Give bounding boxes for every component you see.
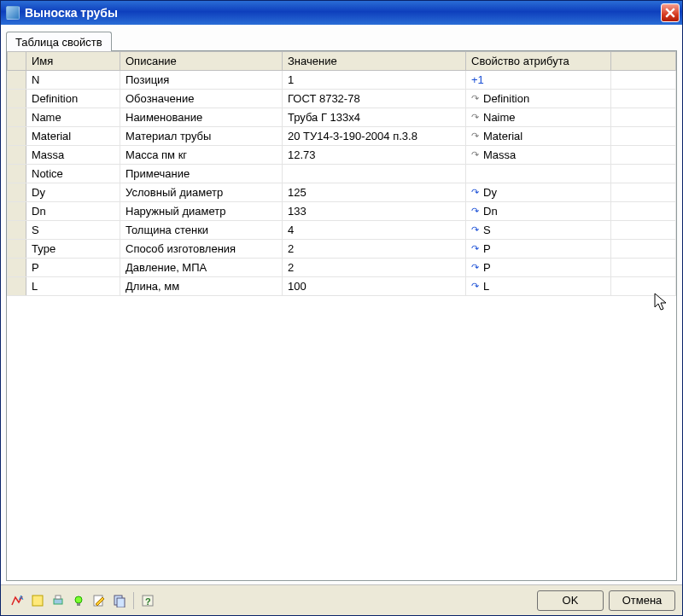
cell-name[interactable]: Type [26,240,120,259]
cell-attr[interactable]: +1 [466,71,611,90]
cell-value[interactable]: 2 [283,259,466,277]
col-header-description[interactable]: Описание [120,52,283,71]
cell-name[interactable]: Material [26,127,120,146]
arrow-icon: ↷ [471,93,479,104]
cell-name[interactable]: L [26,277,120,296]
row-header [8,277,26,296]
polyline-icon: A [10,594,24,607]
cell-value[interactable]: 12.73 [283,146,466,165]
cell-attr[interactable]: ↷P [466,240,611,259]
cell-value[interactable]: ГОСТ 8732-78 [283,90,466,108]
properties-table: Имя Описание Значение Свойство атрибута … [7,51,676,296]
cell-name[interactable]: Name [26,108,120,127]
cell-name[interactable]: Dn [26,202,120,221]
col-header-attr[interactable]: Свойство атрибута [466,52,611,71]
tab-properties-table[interactable]: Таблица свойств [6,32,112,51]
cell-attr[interactable]: ↷Massa [466,146,611,165]
cell-description[interactable]: Наружный диаметр [120,202,283,221]
edit-icon [92,594,106,607]
close-button[interactable] [661,3,680,22]
table-row[interactable]: DnНаружный диаметр133↷Dn [8,202,676,221]
note-icon [31,594,44,607]
dialog-window: Выноска трубы Таблица свойств Имя Описан… [0,0,683,616]
window-title: Выноска трубы [25,6,661,20]
cell-name[interactable]: Definition [26,90,120,108]
cell-attr[interactable]: ↷Naime [466,108,611,127]
cell-spacer [611,277,676,296]
table-row[interactable]: NoticeПримечание [8,165,676,183]
table-row[interactable]: MaterialМатериал трубы20 ТУ14-3-190-2004… [8,127,676,146]
cell-spacer [611,202,676,221]
cell-description[interactable]: Примечание [120,165,283,183]
cell-spacer [611,165,676,183]
cell-description[interactable]: Условный диаметр [120,183,283,202]
table-row[interactable]: DyУсловный диаметр125↷Dy [8,183,676,202]
cell-value[interactable]: 1 [283,71,466,90]
table-row[interactable]: MassaМасса пм кг12.73↷Massa [8,146,676,165]
table-row[interactable]: PДавление, МПА2↷P [8,259,676,277]
arrow-icon: ↷ [471,224,479,235]
svg-rect-1 [32,596,43,606]
cell-name[interactable]: Notice [26,165,120,183]
cell-spacer [611,90,676,108]
cell-description[interactable]: Толщина стенки [120,221,283,240]
attr-text: S [483,224,491,236]
cell-attr[interactable] [466,165,611,183]
bulb-button[interactable] [69,591,88,610]
print-button[interactable] [49,591,67,610]
toolbar-separator [133,592,134,609]
table-row[interactable]: LДлина, мм100↷L [8,277,676,296]
help-button[interactable]: ? [138,591,157,610]
cell-attr[interactable]: ↷Material [466,127,611,146]
cell-name[interactable]: N [26,71,120,90]
attr-text: P [483,242,491,255]
row-header [8,127,26,146]
cell-value[interactable] [283,165,466,183]
cell-name[interactable]: S [26,221,120,240]
cell-attr[interactable]: ↷L [466,277,611,296]
table-row[interactable]: NПозиция1+1 [8,71,676,90]
cell-description[interactable]: Длина, мм [120,277,283,296]
cell-value[interactable]: 133 [283,202,466,221]
cell-attr[interactable]: ↷P [466,259,611,277]
cell-value[interactable]: 125 [283,183,466,202]
note-button[interactable] [28,591,47,610]
help-icon: ? [141,594,155,607]
cell-description[interactable]: Обозначение [120,90,283,108]
copy-button[interactable] [110,591,129,610]
col-header-row[interactable] [8,52,26,71]
table-row[interactable]: NameНаименованиеТруба Г 133х4↷Naime [8,108,676,127]
cell-name[interactable]: P [26,259,120,277]
table-row[interactable]: DefinitionОбозначениеГОСТ 8732-78↷Defini… [8,90,676,108]
cell-spacer [611,221,676,240]
cell-value[interactable]: 4 [283,221,466,240]
ok-button[interactable]: OK [537,590,604,611]
row-header [8,240,26,259]
cell-attr[interactable]: ↷S [466,221,611,240]
cell-value[interactable]: Труба Г 133х4 [283,108,466,127]
cell-value[interactable]: 2 [283,240,466,259]
col-header-value[interactable]: Значение [283,52,466,71]
attr-text: Dy [483,186,497,199]
cell-description[interactable]: Способ изготовления [120,240,283,259]
table-row[interactable]: TypeСпособ изготовления2↷P [8,240,676,259]
cell-name[interactable]: Dy [26,183,120,202]
col-header-name[interactable]: Имя [26,52,120,71]
cell-description[interactable]: Масса пм кг [120,146,283,165]
cell-attr[interactable]: ↷Dy [466,183,611,202]
cell-description[interactable]: Материал трубы [120,127,283,146]
polyline-button[interactable]: A [8,591,26,610]
cell-value[interactable]: 100 [283,277,466,296]
svg-text:?: ? [145,596,151,607]
attr-link[interactable]: +1 [471,73,484,86]
cell-attr[interactable]: ↷Definition [466,90,611,108]
cell-value[interactable]: 20 ТУ14-3-190-2004 п.3.8 [283,127,466,146]
edit-button[interactable] [90,591,108,610]
cancel-button[interactable]: Отмена [609,590,675,611]
cell-attr[interactable]: ↷Dn [466,202,611,221]
table-row[interactable]: SТолщина стенки4↷S [8,221,676,240]
cell-description[interactable]: Давление, МПА [120,259,283,277]
cell-description[interactable]: Наименование [120,108,283,127]
cell-name[interactable]: Massa [26,146,120,165]
cell-description[interactable]: Позиция [120,71,283,90]
